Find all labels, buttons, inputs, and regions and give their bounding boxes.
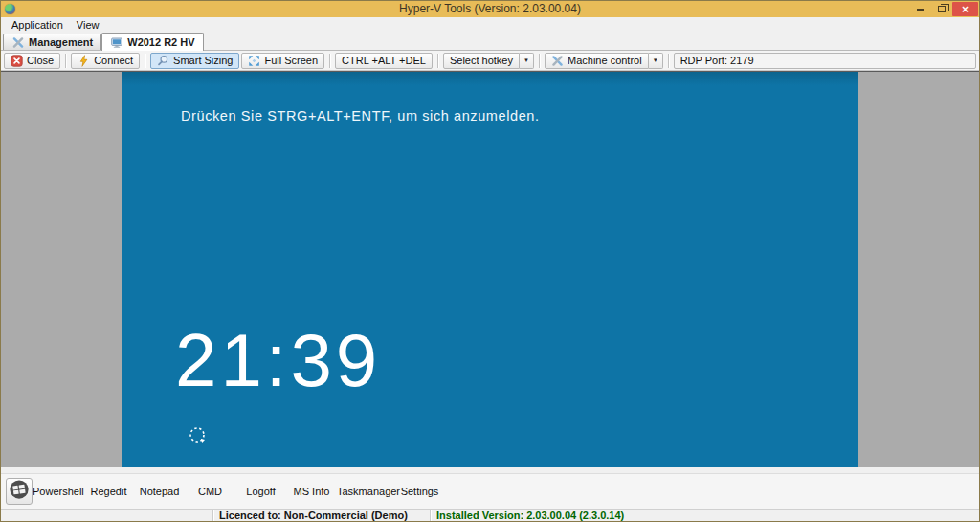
toolbar-separator xyxy=(329,54,330,68)
app-window: Hyper-V Tools (Version: 2.03.00.04) × Ap… xyxy=(0,0,980,522)
button-label: Machine control xyxy=(568,55,642,66)
bottom-toolbar-item-msinfo[interactable]: MS Info xyxy=(286,482,337,501)
close-session-button[interactable]: Close xyxy=(4,53,60,69)
minimize-icon xyxy=(917,9,924,11)
fullscreen-arrows-icon xyxy=(248,55,260,67)
button-label: CTRL +ALT +DEL xyxy=(342,55,426,66)
machine-control-dropdown[interactable]: ▼ xyxy=(649,53,663,69)
status-spacer xyxy=(1,510,213,521)
close-window-button[interactable]: × xyxy=(952,2,978,16)
toolbar-separator xyxy=(437,54,438,68)
lightning-icon xyxy=(78,55,90,67)
select-hotkey-dropdown[interactable]: ▼ xyxy=(520,53,534,69)
magnifier-icon xyxy=(157,55,169,67)
tools-icon xyxy=(551,55,564,67)
tab-label: W2012 R2 HV xyxy=(127,36,194,48)
tab-strip: Management W2012 R2 HV xyxy=(1,33,979,51)
maximize-icon xyxy=(938,6,946,12)
toolbar-separator xyxy=(668,54,669,68)
lock-screen-message: Drücken Sie STRG+ALT+ENTF, um sich anzum… xyxy=(181,108,540,124)
button-label: Close xyxy=(27,55,54,66)
panel-gap-strip xyxy=(1,467,979,474)
windows-start-button[interactable] xyxy=(6,478,33,505)
tab-management[interactable]: Management xyxy=(3,34,101,50)
connect-button[interactable]: Connect xyxy=(71,53,140,69)
button-label: Connect xyxy=(94,55,133,66)
quick-tools-bar: Powershell Regedit Notepad CMD Logoff MS… xyxy=(1,474,979,509)
minimize-button[interactable] xyxy=(910,1,931,17)
full-screen-button[interactable]: Full Screen xyxy=(241,53,324,69)
vm-display-panel: Drücken Sie STRG+ALT+ENTF, um sich anzum… xyxy=(1,71,979,467)
select-hotkey-button[interactable]: Select hotkey xyxy=(443,53,520,69)
maximize-button[interactable] xyxy=(931,1,952,17)
tools-icon xyxy=(11,36,25,49)
machine-control-split-button: Machine control ▼ xyxy=(545,53,663,69)
refresh-spinner-icon xyxy=(187,424,208,445)
toolbar-separator xyxy=(65,54,66,68)
tab-w2012-r2-hv[interactable]: W2012 R2 HV xyxy=(101,33,203,51)
windows-logo-icon xyxy=(9,479,30,504)
machine-control-button[interactable]: Machine control xyxy=(545,53,649,69)
button-label: Select hotkey xyxy=(450,55,513,66)
window-title: Hyper-V Tools (Version: 2.03.00.04) xyxy=(1,1,979,17)
title-bar: Hyper-V Tools (Version: 2.03.00.04) × xyxy=(1,1,979,17)
rdp-port-label: RDP Port: 2179 xyxy=(680,55,754,66)
installed-version-status: Installed Version: 2.03.00.04 (2.3.0.14) xyxy=(431,510,624,521)
bottom-toolbar-item-notepad[interactable]: Notepad xyxy=(134,482,185,501)
toolbar-separator xyxy=(145,54,145,68)
window-controls: × xyxy=(910,1,979,17)
bottom-toolbar-item-taskmanager[interactable]: Taskmanager xyxy=(337,482,394,501)
bottom-toolbar-item-settings[interactable]: Settings xyxy=(394,482,445,501)
vm-remote-screen[interactable]: Drücken Sie STRG+ALT+ENTF, um sich anzum… xyxy=(122,72,858,467)
select-hotkey-split-button: Select hotkey ▼ xyxy=(443,53,534,69)
status-bar: Licenced to: Non-Commercial (Demo) Insta… xyxy=(1,509,979,521)
smart-sizing-button[interactable]: Smart Sizing xyxy=(150,53,239,69)
monitor-icon xyxy=(110,36,123,49)
bottom-toolbar-item-logoff[interactable]: Logoff xyxy=(235,482,286,501)
menu-view[interactable]: View xyxy=(70,17,106,33)
ctrl-alt-del-button[interactable]: CTRL +ALT +DEL xyxy=(335,53,433,69)
bottom-toolbar-item-regedit[interactable]: Regedit xyxy=(83,482,134,501)
menu-application[interactable]: Application xyxy=(5,17,70,33)
button-label: Smart Sizing xyxy=(173,55,233,66)
bottom-toolbar-item-cmd[interactable]: CMD xyxy=(185,482,235,501)
tab-label: Management xyxy=(29,36,93,48)
bottom-toolbar-item-powershell[interactable]: Powershell xyxy=(33,482,83,501)
close-x-icon xyxy=(11,55,23,67)
chevron-down-icon: ▼ xyxy=(523,57,529,63)
rdp-port-panel: RDP Port: 2179 xyxy=(674,53,976,69)
menu-bar: Application View xyxy=(1,17,979,33)
vm-toolbar: Close Connect Smart Sizing Full Screen C… xyxy=(1,51,979,71)
chevron-down-icon: ▼ xyxy=(653,57,658,63)
toolbar-separator xyxy=(539,54,540,68)
license-status: Licenced to: Non-Commercial (Demo) xyxy=(213,510,431,521)
lock-screen-clock: 21:39 xyxy=(175,323,381,397)
button-label: Full Screen xyxy=(264,55,318,66)
